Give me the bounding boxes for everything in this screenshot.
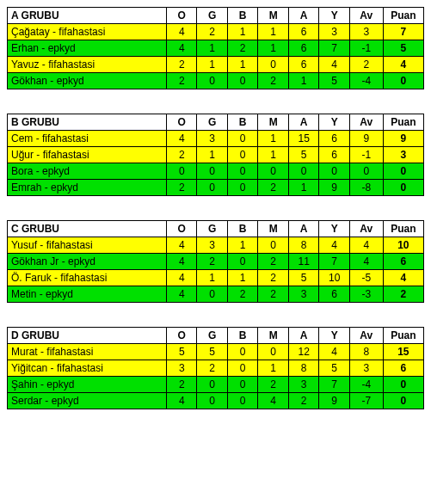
stat-g: 2 — [197, 24, 227, 40]
stat-b: 1 — [227, 237, 257, 254]
stat-points: 15 — [383, 344, 423, 360]
stat-a: 5 — [288, 147, 318, 163]
player-name: Gökhan Jr - epkyd — [8, 254, 167, 270]
table-row: Yiğitcan - fifahastasi32018536 — [8, 360, 424, 377]
table-row: Ö. Faruk - fifahastasi4112510-54 — [8, 270, 424, 286]
group-table: C GRUBUOGBMAYAvPuanYusuf - fifahastasi43… — [7, 220, 424, 303]
stat-av: 3 — [349, 360, 383, 377]
stat-y: 6 — [319, 286, 349, 303]
stat-g: 0 — [197, 180, 227, 196]
stat-a: 3 — [288, 286, 318, 303]
stat-y: 7 — [319, 254, 349, 270]
stat-b: 0 — [227, 344, 257, 360]
stat-g: 0 — [197, 377, 227, 393]
stat-b: 1 — [227, 24, 257, 40]
stat-o: 5 — [166, 344, 196, 360]
stat-points: 4 — [383, 270, 423, 286]
stat-points: 0 — [383, 180, 423, 196]
stat-g: 0 — [197, 163, 227, 180]
table-row: Metin - epkyd402236-32 — [8, 286, 424, 303]
stat-av: 0 — [349, 163, 383, 180]
stat-b: 0 — [227, 360, 257, 377]
stat-av: -7 — [349, 393, 383, 409]
col-puan: Puan — [383, 328, 423, 344]
stat-m: 1 — [258, 360, 288, 377]
group-title: B GRUBU — [8, 114, 167, 131]
player-name: Şahin - epkyd — [8, 377, 167, 393]
player-name: Çağatay - fifahastasi — [8, 24, 167, 40]
col-a: A — [288, 221, 318, 237]
stat-y: 4 — [319, 344, 349, 360]
stat-b: 0 — [227, 377, 257, 393]
group-table: B GRUBUOGBMAYAvPuanCem - fifahastasi4301… — [7, 114, 424, 196]
stat-g: 0 — [197, 393, 227, 409]
stat-b: 0 — [227, 254, 257, 270]
stat-m: 1 — [258, 131, 288, 147]
stat-m: 4 — [258, 393, 288, 409]
stat-a: 8 — [288, 237, 318, 254]
stat-points: 2 — [383, 286, 423, 303]
stat-av: -3 — [349, 286, 383, 303]
stat-points: 0 — [383, 163, 423, 180]
stat-b: 0 — [227, 73, 257, 89]
stat-a: 1 — [288, 73, 318, 89]
col-av: Av — [349, 114, 383, 131]
table-row: Bora - epkyd00000000 — [8, 163, 424, 180]
stat-o: 0 — [166, 163, 196, 180]
player-name: Gökhan - epkyd — [8, 73, 167, 89]
stat-o: 2 — [166, 180, 196, 196]
col-o: O — [166, 8, 196, 24]
stat-b: 0 — [227, 131, 257, 147]
stat-m: 0 — [258, 57, 288, 73]
col-o: O — [166, 221, 196, 237]
col-g: G — [197, 114, 227, 131]
stat-a: 1 — [288, 180, 318, 196]
stat-o: 4 — [166, 254, 196, 270]
stat-m: 0 — [258, 163, 288, 180]
col-g: G — [197, 8, 227, 24]
stat-points: 6 — [383, 254, 423, 270]
stat-m: 2 — [258, 73, 288, 89]
stat-av: 4 — [349, 254, 383, 270]
group-title: C GRUBU — [8, 221, 167, 237]
stat-points: 4 — [383, 57, 423, 73]
stat-o: 4 — [166, 270, 196, 286]
col-av: Av — [349, 328, 383, 344]
stat-o: 3 — [166, 360, 196, 377]
player-name: Metin - epkyd — [8, 286, 167, 303]
col-o: O — [166, 328, 196, 344]
table-row: Yavuz - fifahastasi21106424 — [8, 57, 424, 73]
stat-o: 2 — [166, 57, 196, 73]
stat-m: 1 — [258, 24, 288, 40]
stat-o: 4 — [166, 286, 196, 303]
stat-a: 3 — [288, 377, 318, 393]
stat-av: 2 — [349, 57, 383, 73]
stat-g: 1 — [197, 57, 227, 73]
table-row: Şahin - epkyd200237-40 — [8, 377, 424, 393]
stat-g: 1 — [197, 40, 227, 57]
player-name: Bora - epkyd — [8, 163, 167, 180]
stat-m: 0 — [258, 237, 288, 254]
stat-b: 0 — [227, 147, 257, 163]
stat-y: 7 — [319, 40, 349, 57]
stat-b: 1 — [227, 57, 257, 73]
stat-m: 2 — [258, 377, 288, 393]
stat-g: 2 — [197, 254, 227, 270]
stat-points: 0 — [383, 393, 423, 409]
stat-o: 2 — [166, 73, 196, 89]
stat-points: 3 — [383, 147, 423, 163]
stat-points: 6 — [383, 360, 423, 377]
player-name: Emrah - epkyd — [8, 180, 167, 196]
col-av: Av — [349, 221, 383, 237]
col-g: G — [197, 221, 227, 237]
stat-points: 0 — [383, 377, 423, 393]
stat-b: 0 — [227, 393, 257, 409]
stat-av: -4 — [349, 377, 383, 393]
col-puan: Puan — [383, 221, 423, 237]
col-a: A — [288, 114, 318, 131]
player-name: Serdar - epkyd — [8, 393, 167, 409]
stat-y: 6 — [319, 131, 349, 147]
stat-a: 11 — [288, 254, 318, 270]
stat-b: 2 — [227, 40, 257, 57]
player-name: Yiğitcan - fifahastasi — [8, 360, 167, 377]
